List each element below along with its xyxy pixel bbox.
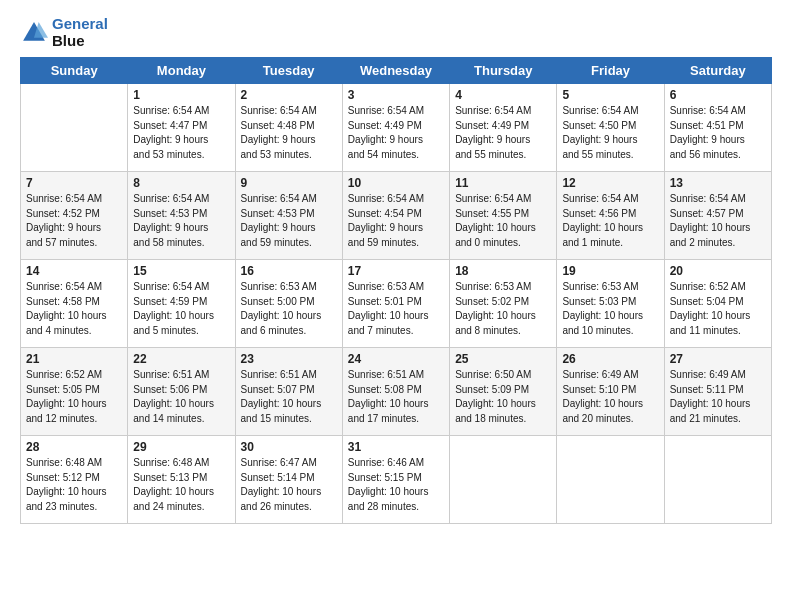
day-cell: 26Sunrise: 6:49 AM Sunset: 5:10 PM Dayli… [557, 348, 664, 436]
day-info: Sunrise: 6:53 AM Sunset: 5:00 PM Dayligh… [241, 280, 337, 338]
day-number: 9 [241, 176, 337, 190]
day-info: Sunrise: 6:53 AM Sunset: 5:03 PM Dayligh… [562, 280, 658, 338]
week-row-5: 28Sunrise: 6:48 AM Sunset: 5:12 PM Dayli… [21, 436, 772, 524]
day-cell: 25Sunrise: 6:50 AM Sunset: 5:09 PM Dayli… [450, 348, 557, 436]
day-info: Sunrise: 6:48 AM Sunset: 5:12 PM Dayligh… [26, 456, 122, 514]
day-info: Sunrise: 6:49 AM Sunset: 5:10 PM Dayligh… [562, 368, 658, 426]
week-row-4: 21Sunrise: 6:52 AM Sunset: 5:05 PM Dayli… [21, 348, 772, 436]
day-info: Sunrise: 6:48 AM Sunset: 5:13 PM Dayligh… [133, 456, 229, 514]
day-cell: 11Sunrise: 6:54 AM Sunset: 4:55 PM Dayli… [450, 172, 557, 260]
day-info: Sunrise: 6:54 AM Sunset: 4:48 PM Dayligh… [241, 104, 337, 162]
day-number: 4 [455, 88, 551, 102]
day-cell: 18Sunrise: 6:53 AM Sunset: 5:02 PM Dayli… [450, 260, 557, 348]
day-number: 24 [348, 352, 444, 366]
day-info: Sunrise: 6:51 AM Sunset: 5:06 PM Dayligh… [133, 368, 229, 426]
day-number: 14 [26, 264, 122, 278]
page-container: General Blue SundayMondayTuesdayWednesda… [0, 0, 792, 534]
day-number: 29 [133, 440, 229, 454]
week-row-2: 7Sunrise: 6:54 AM Sunset: 4:52 PM Daylig… [21, 172, 772, 260]
day-number: 27 [670, 352, 766, 366]
day-info: Sunrise: 6:54 AM Sunset: 4:49 PM Dayligh… [455, 104, 551, 162]
day-number: 12 [562, 176, 658, 190]
day-cell: 27Sunrise: 6:49 AM Sunset: 5:11 PM Dayli… [664, 348, 771, 436]
day-info: Sunrise: 6:54 AM Sunset: 4:59 PM Dayligh… [133, 280, 229, 338]
day-info: Sunrise: 6:51 AM Sunset: 5:07 PM Dayligh… [241, 368, 337, 426]
logo-text: General Blue [52, 16, 108, 49]
day-number: 15 [133, 264, 229, 278]
day-info: Sunrise: 6:54 AM Sunset: 4:58 PM Dayligh… [26, 280, 122, 338]
day-info: Sunrise: 6:50 AM Sunset: 5:09 PM Dayligh… [455, 368, 551, 426]
header-cell-friday: Friday [557, 58, 664, 84]
day-info: Sunrise: 6:54 AM Sunset: 4:53 PM Dayligh… [241, 192, 337, 250]
day-info: Sunrise: 6:54 AM Sunset: 4:50 PM Dayligh… [562, 104, 658, 162]
day-cell: 7Sunrise: 6:54 AM Sunset: 4:52 PM Daylig… [21, 172, 128, 260]
day-cell: 9Sunrise: 6:54 AM Sunset: 4:53 PM Daylig… [235, 172, 342, 260]
day-cell: 6Sunrise: 6:54 AM Sunset: 4:51 PM Daylig… [664, 84, 771, 172]
calendar-table: SundayMondayTuesdayWednesdayThursdayFrid… [20, 57, 772, 524]
day-number: 10 [348, 176, 444, 190]
header-cell-saturday: Saturday [664, 58, 771, 84]
day-info: Sunrise: 6:54 AM Sunset: 4:51 PM Dayligh… [670, 104, 766, 162]
day-info: Sunrise: 6:51 AM Sunset: 5:08 PM Dayligh… [348, 368, 444, 426]
logo: General Blue [20, 16, 108, 49]
day-info: Sunrise: 6:54 AM Sunset: 4:49 PM Dayligh… [348, 104, 444, 162]
day-cell: 1Sunrise: 6:54 AM Sunset: 4:47 PM Daylig… [128, 84, 235, 172]
day-cell: 29Sunrise: 6:48 AM Sunset: 5:13 PM Dayli… [128, 436, 235, 524]
day-cell: 17Sunrise: 6:53 AM Sunset: 5:01 PM Dayli… [342, 260, 449, 348]
day-cell: 5Sunrise: 6:54 AM Sunset: 4:50 PM Daylig… [557, 84, 664, 172]
day-info: Sunrise: 6:52 AM Sunset: 5:04 PM Dayligh… [670, 280, 766, 338]
day-info: Sunrise: 6:53 AM Sunset: 5:02 PM Dayligh… [455, 280, 551, 338]
day-number: 26 [562, 352, 658, 366]
header-row: SundayMondayTuesdayWednesdayThursdayFrid… [21, 58, 772, 84]
day-number: 6 [670, 88, 766, 102]
week-row-3: 14Sunrise: 6:54 AM Sunset: 4:58 PM Dayli… [21, 260, 772, 348]
day-cell: 4Sunrise: 6:54 AM Sunset: 4:49 PM Daylig… [450, 84, 557, 172]
day-cell [450, 436, 557, 524]
day-cell [557, 436, 664, 524]
header-cell-thursday: Thursday [450, 58, 557, 84]
header-cell-tuesday: Tuesday [235, 58, 342, 84]
day-cell: 22Sunrise: 6:51 AM Sunset: 5:06 PM Dayli… [128, 348, 235, 436]
day-number: 16 [241, 264, 337, 278]
day-number: 5 [562, 88, 658, 102]
logo-icon [20, 19, 48, 47]
day-number: 1 [133, 88, 229, 102]
day-info: Sunrise: 6:54 AM Sunset: 4:53 PM Dayligh… [133, 192, 229, 250]
day-cell: 19Sunrise: 6:53 AM Sunset: 5:03 PM Dayli… [557, 260, 664, 348]
day-cell: 23Sunrise: 6:51 AM Sunset: 5:07 PM Dayli… [235, 348, 342, 436]
day-number: 11 [455, 176, 551, 190]
day-number: 22 [133, 352, 229, 366]
day-cell [664, 436, 771, 524]
day-cell: 30Sunrise: 6:47 AM Sunset: 5:14 PM Dayli… [235, 436, 342, 524]
day-number: 25 [455, 352, 551, 366]
day-cell: 24Sunrise: 6:51 AM Sunset: 5:08 PM Dayli… [342, 348, 449, 436]
day-cell: 13Sunrise: 6:54 AM Sunset: 4:57 PM Dayli… [664, 172, 771, 260]
day-cell: 12Sunrise: 6:54 AM Sunset: 4:56 PM Dayli… [557, 172, 664, 260]
header-cell-sunday: Sunday [21, 58, 128, 84]
day-number: 19 [562, 264, 658, 278]
day-cell [21, 84, 128, 172]
day-number: 3 [348, 88, 444, 102]
day-info: Sunrise: 6:49 AM Sunset: 5:11 PM Dayligh… [670, 368, 766, 426]
day-info: Sunrise: 6:54 AM Sunset: 4:57 PM Dayligh… [670, 192, 766, 250]
day-info: Sunrise: 6:47 AM Sunset: 5:14 PM Dayligh… [241, 456, 337, 514]
day-cell: 3Sunrise: 6:54 AM Sunset: 4:49 PM Daylig… [342, 84, 449, 172]
day-number: 20 [670, 264, 766, 278]
day-info: Sunrise: 6:54 AM Sunset: 4:56 PM Dayligh… [562, 192, 658, 250]
day-cell: 10Sunrise: 6:54 AM Sunset: 4:54 PM Dayli… [342, 172, 449, 260]
day-cell: 31Sunrise: 6:46 AM Sunset: 5:15 PM Dayli… [342, 436, 449, 524]
day-cell: 2Sunrise: 6:54 AM Sunset: 4:48 PM Daylig… [235, 84, 342, 172]
day-number: 23 [241, 352, 337, 366]
day-info: Sunrise: 6:52 AM Sunset: 5:05 PM Dayligh… [26, 368, 122, 426]
day-info: Sunrise: 6:54 AM Sunset: 4:52 PM Dayligh… [26, 192, 122, 250]
day-number: 18 [455, 264, 551, 278]
day-cell: 21Sunrise: 6:52 AM Sunset: 5:05 PM Dayli… [21, 348, 128, 436]
day-number: 17 [348, 264, 444, 278]
day-info: Sunrise: 6:54 AM Sunset: 4:54 PM Dayligh… [348, 192, 444, 250]
header-cell-monday: Monday [128, 58, 235, 84]
day-info: Sunrise: 6:46 AM Sunset: 5:15 PM Dayligh… [348, 456, 444, 514]
day-cell: 28Sunrise: 6:48 AM Sunset: 5:12 PM Dayli… [21, 436, 128, 524]
day-info: Sunrise: 6:54 AM Sunset: 4:55 PM Dayligh… [455, 192, 551, 250]
day-cell: 16Sunrise: 6:53 AM Sunset: 5:00 PM Dayli… [235, 260, 342, 348]
day-cell: 15Sunrise: 6:54 AM Sunset: 4:59 PM Dayli… [128, 260, 235, 348]
